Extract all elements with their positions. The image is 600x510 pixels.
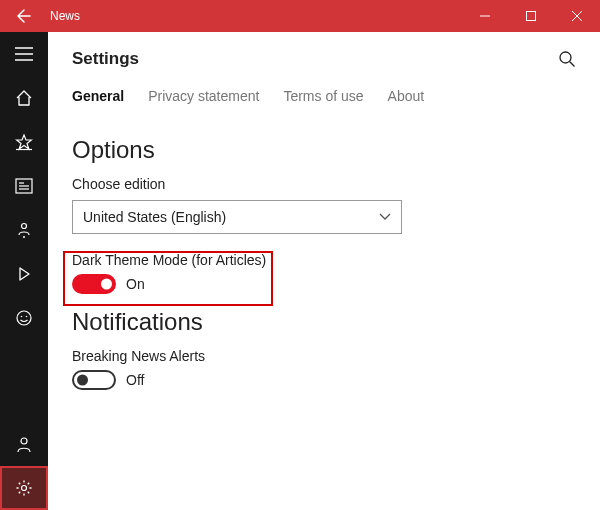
hamburger-icon	[15, 47, 33, 61]
titlebar: News	[0, 0, 600, 32]
play-icon	[16, 266, 32, 282]
sidebar-item-sources[interactable]	[0, 164, 48, 208]
app-title: News	[50, 9, 80, 23]
sidebar-item-video[interactable]	[0, 252, 48, 296]
choose-edition-label: Choose edition	[72, 176, 576, 192]
svg-line-20	[570, 62, 575, 67]
svg-point-15	[21, 316, 23, 318]
toggle-knob	[77, 375, 88, 386]
home-icon	[15, 89, 33, 107]
sidebar-item-good-news[interactable]	[0, 296, 48, 340]
dark-theme-label: Dark Theme Mode (for Articles)	[72, 252, 576, 268]
settings-tabs: General Privacy statement Terms of use A…	[48, 76, 600, 114]
sidebar-item-local[interactable]	[0, 208, 48, 252]
svg-point-14	[17, 311, 31, 325]
person-icon	[15, 435, 33, 453]
sidebar-hamburger[interactable]	[0, 32, 48, 76]
breaking-news-toggle[interactable]	[72, 370, 116, 390]
window-controls	[462, 0, 600, 32]
tab-terms-of-use[interactable]: Terms of use	[283, 88, 363, 104]
tab-privacy-statement[interactable]: Privacy statement	[148, 88, 259, 104]
location-person-icon	[16, 221, 32, 239]
sidebar-item-home[interactable]	[0, 76, 48, 120]
close-button[interactable]	[554, 0, 600, 32]
svg-rect-1	[527, 12, 536, 21]
sidebar-item-interests[interactable]	[0, 120, 48, 164]
search-button[interactable]	[554, 46, 580, 72]
breaking-news-label: Breaking News Alerts	[72, 348, 576, 364]
smile-icon	[15, 309, 33, 327]
gear-icon	[15, 479, 33, 497]
star-icon	[15, 133, 33, 151]
content-area: Settings General Privacy statement Terms…	[48, 32, 600, 510]
dark-theme-toggle[interactable]	[72, 274, 116, 294]
news-icon	[15, 178, 33, 194]
close-icon	[572, 11, 582, 21]
tab-about[interactable]: About	[388, 88, 425, 104]
notifications-heading: Notifications	[72, 308, 576, 336]
edition-select[interactable]: United States (English)	[72, 200, 402, 234]
back-button[interactable]	[0, 0, 48, 32]
search-icon	[558, 50, 576, 68]
svg-point-18	[22, 486, 27, 491]
svg-point-13	[23, 236, 25, 238]
toggle-knob	[101, 279, 112, 290]
back-arrow-icon	[16, 8, 32, 24]
page-title: Settings	[72, 49, 139, 69]
edition-select-value: United States (English)	[83, 209, 226, 225]
sidebar-item-account[interactable]	[0, 422, 48, 466]
maximize-button[interactable]	[508, 0, 554, 32]
sidebar	[0, 32, 48, 510]
minimize-button[interactable]	[462, 0, 508, 32]
tab-general[interactable]: General	[72, 88, 124, 104]
svg-point-16	[26, 316, 28, 318]
breaking-news-state: Off	[126, 372, 144, 388]
svg-point-12	[22, 224, 27, 229]
chevron-down-icon	[379, 213, 391, 221]
svg-point-19	[560, 52, 571, 63]
svg-point-17	[21, 438, 27, 444]
minimize-icon	[480, 11, 490, 21]
sidebar-item-settings[interactable]	[0, 466, 48, 510]
maximize-icon	[526, 11, 536, 21]
dark-theme-state: On	[126, 276, 145, 292]
options-heading: Options	[72, 136, 576, 164]
